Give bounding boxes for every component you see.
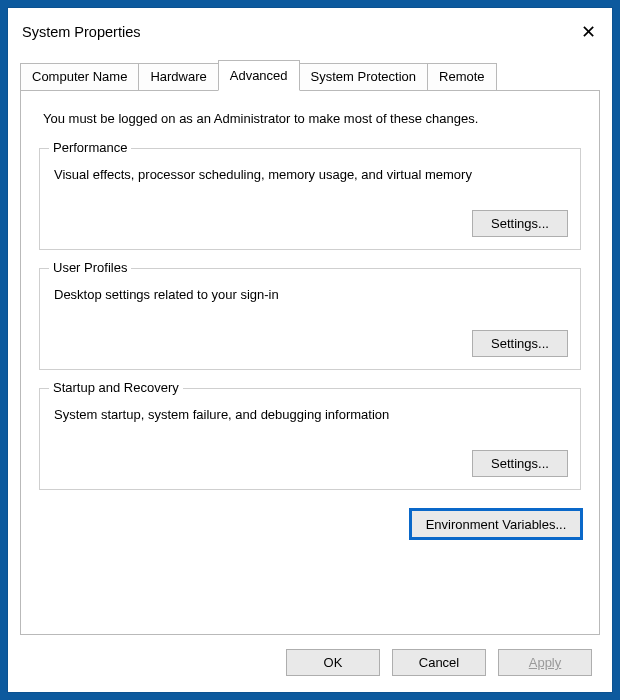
group-user-profiles: User Profiles Desktop settings related t… bbox=[39, 268, 581, 370]
startup-recovery-settings-button[interactable]: Settings... bbox=[472, 450, 568, 477]
group-startup-recovery-desc: System startup, system failure, and debu… bbox=[52, 405, 568, 422]
group-performance-desc: Visual effects, processor scheduling, me… bbox=[52, 165, 568, 182]
performance-settings-button[interactable]: Settings... bbox=[472, 210, 568, 237]
close-icon[interactable]: ✕ bbox=[578, 23, 598, 41]
cancel-button[interactable]: Cancel bbox=[392, 649, 486, 676]
tab-strip: Computer Name Hardware Advanced System P… bbox=[20, 60, 600, 91]
window-title: System Properties bbox=[22, 24, 140, 40]
tab-system-protection[interactable]: System Protection bbox=[299, 63, 429, 91]
environment-variables-row: Environment Variables... bbox=[39, 510, 581, 538]
tab-hardware[interactable]: Hardware bbox=[138, 63, 218, 91]
group-user-profiles-legend: User Profiles bbox=[49, 260, 131, 275]
apply-button-label: Apply bbox=[529, 655, 562, 670]
content-area: Computer Name Hardware Advanced System P… bbox=[8, 52, 612, 692]
group-performance: Performance Visual effects, processor sc… bbox=[39, 148, 581, 250]
admin-notice: You must be logged on as an Administrato… bbox=[39, 109, 581, 130]
apply-button[interactable]: Apply bbox=[498, 649, 592, 676]
system-properties-dialog: System Properties ✕ Computer Name Hardwa… bbox=[8, 8, 612, 692]
tab-advanced[interactable]: Advanced bbox=[218, 60, 300, 91]
environment-variables-button[interactable]: Environment Variables... bbox=[411, 510, 581, 538]
tab-computer-name[interactable]: Computer Name bbox=[20, 63, 139, 91]
dialog-button-row: OK Cancel Apply bbox=[20, 635, 600, 680]
tab-remote[interactable]: Remote bbox=[427, 63, 497, 91]
ok-button[interactable]: OK bbox=[286, 649, 380, 676]
group-startup-recovery-legend: Startup and Recovery bbox=[49, 380, 183, 395]
group-user-profiles-desc: Desktop settings related to your sign-in bbox=[52, 285, 568, 302]
user-profiles-settings-button[interactable]: Settings... bbox=[472, 330, 568, 357]
tab-panel-advanced: You must be logged on as an Administrato… bbox=[20, 90, 600, 635]
group-startup-recovery: Startup and Recovery System startup, sys… bbox=[39, 388, 581, 490]
group-performance-legend: Performance bbox=[49, 140, 131, 155]
titlebar: System Properties ✕ bbox=[8, 8, 612, 52]
